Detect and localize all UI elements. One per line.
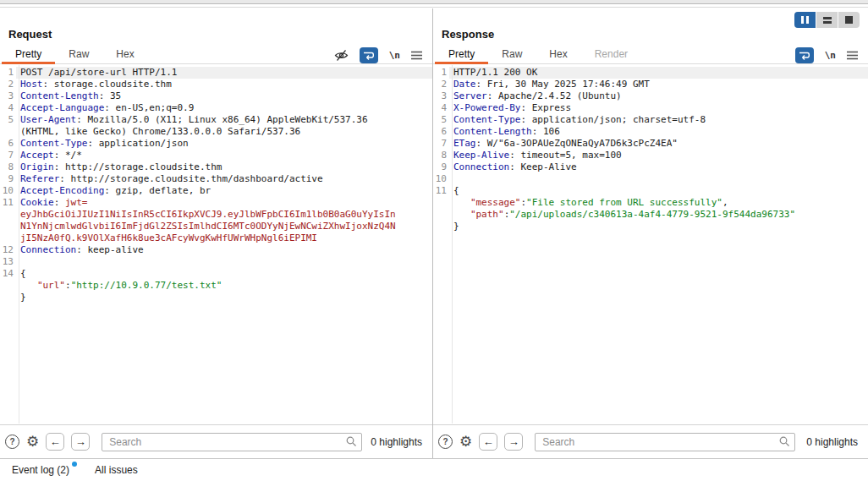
tab-pretty[interactable]: Pretty xyxy=(435,46,488,63)
line-content: Connection: Keep-Alive xyxy=(449,161,868,173)
line-content: jI5NzA0fQ.k9VOlXafH6k8ue3cAFcyWvgKwHfUWr… xyxy=(16,232,432,244)
line-content: Accept: */* xyxy=(16,150,432,161)
line-content: "message":"File stored from URL successf… xyxy=(449,197,868,209)
columns-layout-button[interactable] xyxy=(794,12,816,28)
response-editor[interactable]: 1HTTP/1.1 200 OK2Date: Fri, 30 May 2025 … xyxy=(433,65,868,424)
line-number xyxy=(0,221,16,232)
line-number: 8 xyxy=(0,161,16,173)
line-number: 3 xyxy=(0,90,16,102)
code-line: 10 xyxy=(433,173,868,185)
line-content: Cookie: jwt= xyxy=(16,197,432,209)
request-search-input[interactable] xyxy=(102,433,362,451)
search-prev-button[interactable]: ← xyxy=(46,433,64,451)
settings-gear-icon[interactable]: ⚙ xyxy=(26,435,39,449)
pause-bars-icon xyxy=(801,16,809,24)
code-line: 6Content-Length: 106 xyxy=(433,126,868,138)
line-content: Content-Type: application/json; charset=… xyxy=(449,114,868,126)
code-line: 1POST /api/store-url HTTP/1.1 xyxy=(0,67,432,79)
word-wrap-icon[interactable] xyxy=(360,47,378,63)
all-issues-tab[interactable]: All issues xyxy=(95,464,138,476)
help-icon[interactable]: ? xyxy=(438,435,453,449)
line-number: 11 xyxy=(433,185,449,197)
line-content: Accept-Encoding: gzip, deflate, br xyxy=(16,185,432,197)
code-line: (KHTML, like Gecko) Chrome/133.0.0.0 Saf… xyxy=(0,126,432,138)
message-editor-split: Request PrettyRawHex \n 1POST /api/store… xyxy=(0,8,868,458)
line-number: 7 xyxy=(0,150,16,161)
rows-layout-button[interactable] xyxy=(816,12,838,28)
tab-pretty[interactable]: Pretty xyxy=(2,46,55,63)
code-line: 5User-Agent: Mozilla/5.0 (X11; Linux x86… xyxy=(0,114,432,126)
code-line: N1YnNjcmlwdGlvbiI6ImFjdGl2ZSIsImlhdCI6MT… xyxy=(0,221,432,232)
line-number: 10 xyxy=(433,173,449,185)
code-line: 11{ xyxy=(433,185,868,197)
line-number: 7 xyxy=(433,138,449,150)
line-number: 6 xyxy=(433,126,449,138)
line-content: POST /api/store-url HTTP/1.1 xyxy=(16,67,432,79)
code-line: 2Date: Fri, 30 May 2025 17:46:49 GMT xyxy=(433,79,868,90)
code-line: 9Connection: Keep-Alive xyxy=(433,161,868,173)
code-line: 9Referer: http://storage.cloudsite.thm/d… xyxy=(0,173,432,185)
line-content: ETag: W/"6a-3OPAUeZqONEaQyA7D6k3cPcZ4EA" xyxy=(449,138,868,150)
line-content: Date: Fri, 30 May 2025 17:46:49 GMT xyxy=(449,79,868,90)
code-line: 4X-Powered-By: Express xyxy=(433,102,868,114)
notification-dot xyxy=(72,462,77,467)
line-content: User-Agent: Mozilla/5.0 (X11; Linux x86_… xyxy=(16,114,432,126)
line-content: N1YnNjcmlwdGlvbiI6ImFjdGl2ZSIsImlhdCI6MT… xyxy=(16,221,432,232)
code-line: jI5NzA0fQ.k9VOlXafH6k8ue3cAFcyWvgKwHfUWr… xyxy=(0,232,432,244)
event-log-tab[interactable]: Event log (2) xyxy=(12,464,69,476)
line-content: } xyxy=(16,292,432,303)
line-number: 1 xyxy=(0,67,16,79)
layout-switcher xyxy=(794,12,860,28)
tab-hex[interactable]: Hex xyxy=(102,46,147,63)
tab-raw[interactable]: Raw xyxy=(55,46,102,63)
line-content: Accept-Language: en-US,en;q=0.9 xyxy=(16,102,432,114)
line-content: HTTP/1.1 200 OK xyxy=(449,67,868,79)
line-number xyxy=(433,221,449,232)
show-newlines-icon[interactable]: \n xyxy=(825,50,836,61)
line-content: Server: Apache/2.4.52 (Ubuntu) xyxy=(449,90,868,102)
line-number: 14 xyxy=(0,268,16,280)
code-line: 14{ xyxy=(0,268,432,280)
search-next-button[interactable]: → xyxy=(71,433,90,451)
line-content: "url":"http://10.9.0.77/test.txt" xyxy=(16,280,432,292)
show-newlines-icon[interactable]: \n xyxy=(389,50,400,61)
response-panel: Response PrettyRawHexRender \n 1HTTP/1.1… xyxy=(433,8,868,458)
search-prev-button[interactable]: ← xyxy=(479,433,497,451)
help-icon[interactable]: ? xyxy=(5,435,19,449)
request-toolbar: \n xyxy=(334,47,422,63)
code-line: 6Content-Type: application/json xyxy=(0,138,432,150)
response-search-input[interactable] xyxy=(535,433,795,451)
line-content xyxy=(16,256,432,268)
line-number: 6 xyxy=(0,138,16,150)
tab-raw[interactable]: Raw xyxy=(488,46,536,63)
code-line: 4Accept-Language: en-US,en;q=0.9 xyxy=(0,102,432,114)
response-toolbar: \n xyxy=(795,47,858,63)
response-search-bar: ? ⚙ ← → 0 highlights xyxy=(433,424,868,458)
settings-gear-icon[interactable]: ⚙ xyxy=(459,435,472,449)
line-number: 12 xyxy=(0,244,16,256)
line-content: Origin: http://storage.cloudsite.thm xyxy=(16,161,432,173)
line-number xyxy=(0,280,16,292)
code-line: 7ETag: W/"6a-3OPAUeZqONEaQyA7D6k3cPcZ4EA… xyxy=(433,138,868,150)
code-line: "message":"File stored from URL successf… xyxy=(433,197,868,209)
search-next-button[interactable]: → xyxy=(504,433,523,451)
hide-nonprintable-eye-icon[interactable] xyxy=(334,49,349,62)
code-line: 13 xyxy=(0,256,432,268)
line-content: Keep-Alive: timeout=5, max=100 xyxy=(449,150,868,161)
line-number xyxy=(433,209,449,221)
code-line: 5Content-Type: application/json; charset… xyxy=(433,114,868,126)
clipped-top-bar xyxy=(0,0,868,8)
horizontal-bars-icon xyxy=(823,17,832,24)
code-line: 8Origin: http://storage.cloudsite.thm xyxy=(0,161,432,173)
single-layout-button[interactable] xyxy=(838,12,860,28)
word-wrap-icon[interactable] xyxy=(795,47,814,63)
line-number: 3 xyxy=(433,90,449,102)
request-editor[interactable]: 1POST /api/store-url HTTP/1.12Host: stor… xyxy=(0,65,432,424)
code-line: } xyxy=(0,292,432,303)
code-line: 11Cookie: jwt= xyxy=(0,197,432,209)
menu-icon[interactable] xyxy=(847,51,858,60)
tab-hex[interactable]: Hex xyxy=(536,46,580,63)
code-line: 3Server: Apache/2.4.52 (Ubuntu) xyxy=(433,90,868,102)
menu-icon[interactable] xyxy=(411,51,422,60)
code-line: } xyxy=(433,221,868,232)
